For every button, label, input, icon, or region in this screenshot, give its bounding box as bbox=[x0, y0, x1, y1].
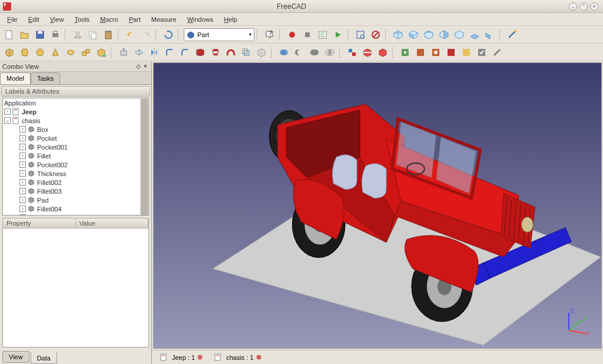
whats-this-icon[interactable]: ? bbox=[263, 28, 277, 42]
close-icon[interactable]: ⊗ bbox=[256, 353, 261, 361]
tree-feature-row[interactable]: ›Fillet bbox=[3, 151, 148, 160]
tree-expand-icon[interactable]: › bbox=[19, 179, 26, 186]
thickness-icon[interactable] bbox=[254, 45, 269, 59]
boolean-icon[interactable] bbox=[277, 45, 291, 59]
minimize-button[interactable]: ⌄ bbox=[569, 2, 577, 11]
menu-edit[interactable]: Edit bbox=[24, 15, 44, 24]
tree-expand-icon[interactable]: › bbox=[19, 135, 26, 141]
tree-doc-label[interactable]: Jeep bbox=[22, 108, 37, 115]
tree-part-label[interactable]: chasis bbox=[22, 117, 40, 124]
view-right-icon[interactable] bbox=[437, 28, 451, 42]
workbench-selector[interactable]: Part ▾ bbox=[184, 28, 254, 41]
tab-view[interactable]: View bbox=[2, 351, 29, 363]
tree-expand-icon[interactable]: › bbox=[19, 144, 26, 150]
union-icon[interactable] bbox=[307, 45, 322, 59]
execute-macro-icon[interactable] bbox=[331, 28, 345, 42]
stop-macro-icon[interactable] bbox=[300, 28, 314, 42]
view-iso-icon[interactable] bbox=[391, 28, 405, 42]
tree-feature-row[interactable]: ›Thickness bbox=[3, 169, 148, 178]
mdi-tab-chasis[interactable]: chasis : 1 ⊗ bbox=[211, 352, 264, 362]
tree-expand-icon[interactable]: › bbox=[19, 126, 26, 133]
panel-close-button[interactable]: × bbox=[142, 63, 149, 70]
convert-to-solid-icon[interactable] bbox=[444, 45, 458, 59]
ruled-surface-icon[interactable] bbox=[193, 45, 207, 59]
tree-feature-row[interactable]: ›Fillet003 bbox=[3, 187, 148, 196]
part-shape-from-mesh-icon[interactable] bbox=[429, 45, 443, 59]
measure-linear-icon[interactable] bbox=[505, 28, 519, 42]
copy-icon[interactable] bbox=[86, 28, 100, 42]
sphere-icon[interactable] bbox=[33, 45, 47, 59]
extrude-icon[interactable] bbox=[117, 45, 131, 59]
tree-feature-row[interactable]: ›Pad bbox=[3, 196, 148, 204]
tree-feature-row[interactable]: ›Pocket002 bbox=[3, 160, 148, 169]
view-left-icon[interactable] bbox=[483, 28, 497, 42]
intersect-icon[interactable] bbox=[323, 45, 337, 59]
close-button[interactable]: × bbox=[590, 2, 598, 11]
view-front-icon[interactable] bbox=[406, 28, 420, 42]
tree-expand-icon[interactable]: › bbox=[19, 161, 26, 168]
new-icon[interactable] bbox=[2, 28, 16, 42]
cylinder-icon[interactable] bbox=[18, 45, 32, 59]
tree-expand-icon[interactable]: › bbox=[19, 153, 26, 159]
revolve-icon[interactable] bbox=[132, 45, 146, 59]
menu-view[interactable]: View bbox=[45, 15, 69, 24]
tree-expand-icon[interactable]: › bbox=[19, 214, 26, 216]
menu-part[interactable]: Part bbox=[124, 15, 145, 24]
loft-icon[interactable] bbox=[208, 45, 223, 59]
menu-tools[interactable]: Tools bbox=[69, 15, 94, 24]
open-icon[interactable] bbox=[18, 28, 32, 42]
menu-macro[interactable]: Macro bbox=[95, 15, 123, 24]
tree-feature-row[interactable]: ›Fillet005 bbox=[3, 213, 148, 216]
tree-expand-icon[interactable]: › bbox=[19, 188, 26, 194]
refresh-icon[interactable] bbox=[161, 28, 175, 42]
redo-icon[interactable] bbox=[139, 28, 153, 42]
make-compound-icon[interactable] bbox=[345, 45, 359, 59]
property-panel[interactable] bbox=[2, 229, 149, 348]
print-icon[interactable] bbox=[48, 28, 62, 42]
tree-expand-icon[interactable]: › bbox=[19, 170, 26, 177]
save-icon[interactable] bbox=[33, 28, 47, 42]
model-tree[interactable]: Application ›Jeep ⌄chasis ›Box›Pocket›Po… bbox=[2, 98, 149, 216]
3d-viewport[interactable]: z x y bbox=[153, 62, 602, 349]
import-icon[interactable] bbox=[398, 45, 412, 59]
torus-icon[interactable] bbox=[64, 45, 78, 59]
sweep-icon[interactable] bbox=[224, 45, 238, 59]
check-geometry-icon[interactable] bbox=[475, 45, 489, 59]
view-bottom-icon[interactable] bbox=[468, 28, 482, 42]
reverse-shapes-icon[interactable] bbox=[459, 45, 473, 59]
tree-feature-row[interactable]: ›Fillet002 bbox=[3, 178, 148, 187]
clear-measure-icon[interactable] bbox=[490, 45, 504, 59]
record-macro-icon[interactable] bbox=[285, 28, 299, 42]
tree-scrollbar[interactable] bbox=[140, 98, 148, 215]
close-icon[interactable]: ⊗ bbox=[197, 353, 203, 361]
view-top-icon[interactable] bbox=[422, 28, 436, 42]
tree-collapse-icon[interactable]: ⌄ bbox=[4, 117, 11, 124]
export-icon[interactable] bbox=[413, 45, 428, 59]
cut-icon[interactable] bbox=[71, 28, 85, 42]
cube-icon[interactable] bbox=[2, 45, 16, 59]
tree-expand-icon[interactable]: › bbox=[19, 197, 26, 203]
primitives-icon[interactable] bbox=[79, 45, 93, 59]
tree-feature-row[interactable]: ›Fillet004 bbox=[3, 204, 148, 213]
menu-windows[interactable]: Windows bbox=[183, 15, 218, 24]
undo-icon[interactable] bbox=[124, 28, 138, 42]
tree-expand-icon[interactable]: › bbox=[19, 206, 26, 212]
paste-icon[interactable] bbox=[101, 28, 115, 42]
chamfer-icon[interactable] bbox=[178, 45, 192, 59]
fit-all-icon[interactable] bbox=[353, 28, 367, 42]
tree-feature-row[interactable]: ›Pocket bbox=[3, 134, 148, 143]
fillet-icon[interactable] bbox=[163, 45, 177, 59]
offset-icon[interactable] bbox=[239, 45, 253, 59]
macros-icon[interactable] bbox=[316, 28, 330, 42]
tree-feature-row[interactable]: ›Pocket001 bbox=[3, 143, 148, 151]
tab-data[interactable]: Data bbox=[31, 352, 57, 364]
shape-builder-icon[interactable] bbox=[94, 45, 108, 59]
cone-icon[interactable] bbox=[48, 45, 62, 59]
menu-file[interactable]: File bbox=[2, 15, 22, 24]
tree-expand-icon[interactable]: › bbox=[4, 108, 11, 115]
panel-float-button[interactable]: ◇ bbox=[135, 63, 142, 70]
menu-measure[interactable]: Measure bbox=[147, 15, 181, 24]
mirror-icon[interactable] bbox=[147, 45, 161, 59]
maximize-button[interactable]: ⌃ bbox=[579, 2, 588, 11]
cut-boolean-icon[interactable] bbox=[292, 45, 306, 59]
